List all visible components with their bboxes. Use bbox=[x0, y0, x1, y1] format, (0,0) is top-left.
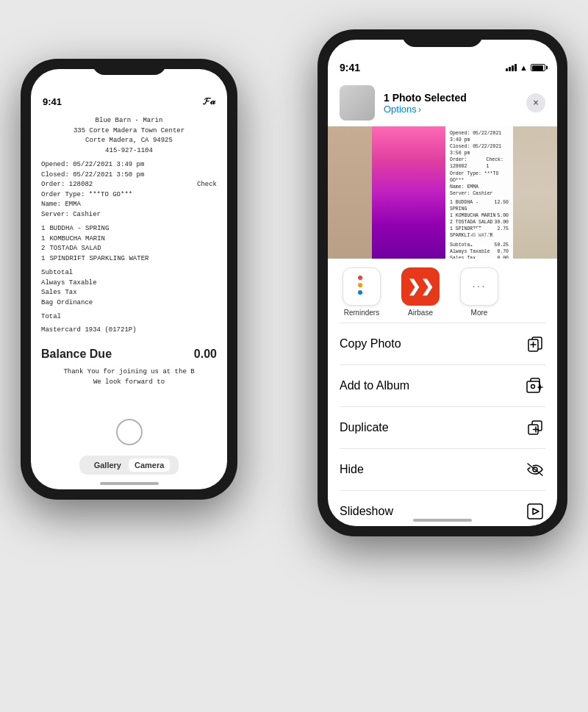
hide-icon bbox=[525, 459, 545, 480]
reminder-row-3 bbox=[358, 290, 365, 295]
share-options-row[interactable]: Options › bbox=[384, 104, 517, 115]
action-duplicate[interactable]: Duplicate bbox=[340, 407, 545, 449]
ro-salestax-label: Sales Tax bbox=[450, 255, 476, 259]
subtotal-label-3: Sales Tax bbox=[41, 288, 217, 298]
add-to-album-label: Add to Album bbox=[340, 379, 409, 392]
ro-line7: Server: Cashier bbox=[450, 190, 509, 197]
app-more[interactable]: ··· More bbox=[457, 267, 501, 317]
receipt-header-4: 415-927-1104 bbox=[41, 146, 217, 157]
ro-taxable: Always Taxable 0.70 bbox=[450, 248, 509, 255]
right-screen: 9:41 ▲ 1 Photo Selected bbox=[328, 40, 557, 526]
balance-due-label: Balance Due bbox=[41, 345, 112, 363]
left-notch bbox=[93, 59, 166, 75]
action-add-to-album[interactable]: Add to Album bbox=[340, 365, 545, 407]
ro-salestax: Sales Tax 0.00 bbox=[450, 255, 509, 259]
app-airbase[interactable]: ❯❯ Airbase bbox=[398, 267, 442, 317]
balance-due-row: Balance Due 0.00 bbox=[41, 341, 217, 363]
airbase-icon[interactable]: ❯❯ bbox=[401, 267, 440, 306]
left-home-indicator bbox=[100, 482, 159, 485]
reminder-dot-orange bbox=[358, 283, 362, 287]
ro-line4: Check: 1 bbox=[487, 157, 509, 170]
more-label: More bbox=[471, 309, 488, 317]
receipt-item-3: 2 TOSTADA SALAD bbox=[41, 244, 217, 254]
receipt-detail-1: Opened: 05/22/2021 3:49 pm bbox=[41, 160, 217, 170]
copy-photo-svg bbox=[527, 336, 543, 352]
fa-icon: 𝓕𝒶 bbox=[203, 96, 215, 107]
balance-due-value: 0.00 bbox=[194, 345, 217, 363]
reminders-icon[interactable] bbox=[343, 267, 381, 306]
slideshow-label: Slideshow bbox=[340, 505, 393, 518]
hide-label: Hide bbox=[340, 463, 364, 476]
total-label: Total bbox=[41, 312, 217, 323]
share-title-container: 1 Photo Selected Options › bbox=[384, 92, 517, 115]
duplicate-label: Duplicate bbox=[340, 421, 389, 434]
item-name-4: SPINDRIFT SPARKLING WATER bbox=[49, 254, 148, 265]
airbase-label: Airbase bbox=[408, 309, 433, 317]
left-toolbar[interactable]: Gallery Camera bbox=[79, 456, 179, 475]
share-title-text: 1 Photo Selected bbox=[384, 92, 517, 104]
left-circle-indicator bbox=[116, 419, 143, 445]
subtotal-label-1: Subtotal bbox=[41, 268, 217, 278]
item-qty-1: 1 bbox=[41, 224, 45, 234]
camera-btn[interactable]: Camera bbox=[129, 459, 170, 472]
right-circle-indicator bbox=[469, 228, 490, 248]
photo-strip-receipt: Opened: 05/22/2021 3:49 pm Closed: 05/22… bbox=[445, 126, 513, 259]
share-thumb-image bbox=[340, 85, 375, 121]
ro-item-1-price: 12.50 bbox=[494, 199, 509, 212]
right-status-icons: ▲ bbox=[506, 63, 545, 72]
copy-photo-label: Copy Photo bbox=[340, 337, 401, 350]
airbase-chevron-icon: ❯❯ bbox=[407, 277, 434, 296]
right-phone: 9:41 ▲ 1 Photo Selected bbox=[318, 29, 567, 536]
wifi-icon: ▲ bbox=[520, 63, 528, 72]
duplicate-svg bbox=[527, 420, 543, 436]
share-options-chevron: › bbox=[418, 104, 421, 115]
item-name-1: BUDDHA - SPRING bbox=[49, 224, 109, 234]
reminders-label: Reminders bbox=[344, 309, 379, 317]
ro-item-2-price: 5.00 bbox=[497, 212, 509, 219]
action-list: Copy Photo Add to Album bbox=[328, 323, 557, 526]
app-reminders[interactable]: Reminders bbox=[340, 267, 384, 317]
slideshow-icon bbox=[525, 501, 545, 522]
ro-line6: Name: EMMA bbox=[450, 184, 509, 190]
left-status-icons: 𝓕𝒶 bbox=[203, 90, 215, 107]
reminder-dot-red bbox=[358, 276, 362, 280]
action-hide[interactable]: Hide bbox=[340, 449, 545, 491]
receipt-item-1: 1 BUDDHA - SPRING bbox=[41, 224, 217, 234]
receipt-item-4: 1 SPINDRIFT SPARKLING WATER bbox=[41, 254, 217, 265]
right-time: 9:41 bbox=[340, 62, 360, 73]
share-thumbnail bbox=[340, 85, 375, 121]
right-home-indicator bbox=[413, 519, 472, 522]
ro-line3: Order: 128082 bbox=[450, 157, 487, 170]
receipt-detail-2: Closed: 05/22/2021 3:50 pm bbox=[41, 170, 217, 181]
share-header: 1 Photo Selected Options › × bbox=[328, 76, 557, 126]
more-icon[interactable]: ··· bbox=[460, 267, 498, 306]
battery-fill bbox=[532, 65, 543, 71]
share-options-label[interactable]: Options bbox=[384, 104, 417, 115]
ro-taxable-label: Always Taxable bbox=[450, 248, 490, 255]
subtotal-label-4: Bag Ordinance bbox=[41, 298, 217, 309]
hide-svg bbox=[526, 462, 544, 477]
ro-item-2: 1 KOMBUCHA MARIN 5.00 bbox=[450, 212, 509, 219]
item-name-3: TOSTADA SALAD bbox=[49, 244, 101, 254]
svg-rect-7 bbox=[528, 504, 542, 519]
signal-bar-3 bbox=[512, 65, 514, 71]
share-close-button[interactable]: × bbox=[526, 93, 545, 112]
ro-line5: Order Type: ***TO GO*** bbox=[450, 170, 509, 184]
ro-line2: Closed: 05/22/2021 3:50 pm bbox=[450, 143, 509, 157]
receipt-header-3: Corte Madera, CA 94925 bbox=[41, 136, 217, 146]
ro-item-4-price: 2.75 bbox=[497, 226, 509, 239]
ro-subtotal-value: 50.25 bbox=[494, 242, 509, 248]
item-qty-2: 1 bbox=[41, 234, 45, 245]
photo-strip-right-edge bbox=[513, 126, 557, 259]
apps-row: Reminders ❯❯ Airbase ··· More bbox=[328, 259, 557, 323]
left-receipt: Blue Barn - Marin 335 Corte Madera Town … bbox=[31, 110, 227, 393]
item-qty-4: 1 bbox=[41, 254, 45, 265]
action-copy-photo[interactable]: Copy Photo bbox=[340, 323, 545, 365]
ro-item-3-price: 30.00 bbox=[494, 219, 509, 226]
receipt-order-check: Order: 128082 Check bbox=[41, 180, 217, 190]
item-name-2: KOMBUCHA MARIN bbox=[49, 234, 105, 245]
receipt-header-1: Blue Barn - Marin bbox=[41, 116, 217, 126]
gallery-btn[interactable]: Gallery bbox=[88, 459, 127, 472]
signal-bars-icon bbox=[506, 64, 517, 71]
right-notch bbox=[402, 29, 483, 47]
